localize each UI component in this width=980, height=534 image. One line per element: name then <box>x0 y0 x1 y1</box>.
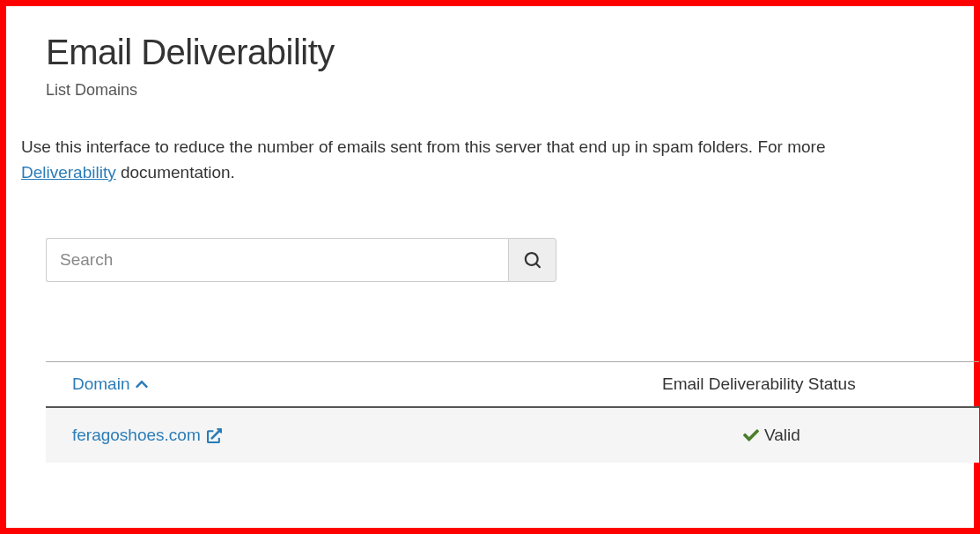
col-domain-label: Domain <box>72 375 129 394</box>
deliverability-link[interactable]: Deliverability <box>21 163 116 182</box>
col-status-label: Email Deliverability Status <box>662 375 856 393</box>
desc-intro: Use this interface to reduce the number … <box>21 137 825 156</box>
search-button[interactable] <box>508 238 556 282</box>
col-domain-header: Domain <box>46 375 662 394</box>
domain-name: feragoshoes.com <box>72 426 201 445</box>
external-link-icon <box>207 428 222 443</box>
search-bar <box>46 238 974 282</box>
chevron-up-icon <box>135 377 149 391</box>
page-title: Email Deliverability <box>46 33 974 72</box>
sort-domain[interactable]: Domain <box>72 375 149 394</box>
description-text: Use this interface to reduce the number … <box>21 135 974 185</box>
domain-link[interactable]: feragoshoes.com <box>72 426 222 445</box>
breadcrumb: List Domains <box>46 81 974 100</box>
check-icon <box>743 427 759 443</box>
cell-domain: feragoshoes.com <box>46 426 662 445</box>
cell-status: Valid <box>662 426 979 445</box>
table-row: feragoshoes.com Valid <box>46 408 979 463</box>
main-content: Email Deliverability List Domains Use th… <box>6 6 974 463</box>
status-valid: Valid <box>662 426 979 445</box>
window-frame: Email Deliverability List Domains Use th… <box>0 0 980 534</box>
search-input[interactable] <box>46 238 508 282</box>
status-text: Valid <box>764 426 800 445</box>
search-icon <box>524 252 541 269</box>
desc-after: documentation. <box>116 163 235 182</box>
domain-table: Domain Email Deliverability Status ferag… <box>46 361 979 463</box>
table-header: Domain Email Deliverability Status <box>46 361 979 408</box>
col-status-header: Email Deliverability Status <box>662 375 979 394</box>
